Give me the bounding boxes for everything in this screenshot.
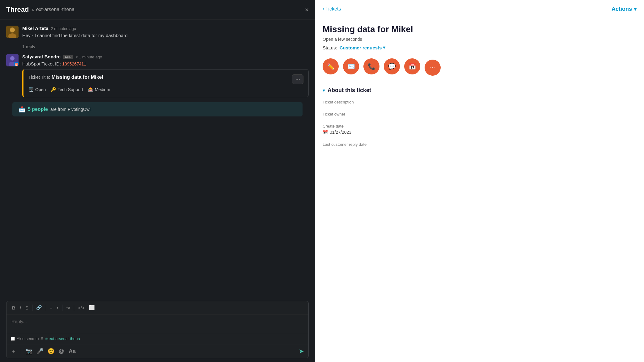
- toolbar-indent[interactable]: ⇥: [64, 304, 72, 312]
- toolbar-bold[interactable]: B: [10, 304, 17, 312]
- ticket-tag-open: 🖥️ Open: [28, 87, 46, 92]
- channel-ref: # ext-arsenal-thena: [45, 336, 80, 341]
- notification-text: are from PivotingOwl: [50, 107, 91, 112]
- author-mikel: Mikel Arteta: [22, 26, 48, 31]
- message-mikel: Mikel Arteta 2 minutes ago Hey - I canno…: [6, 26, 309, 39]
- time-mikel: 2 minutes ago: [51, 26, 76, 31]
- toolbar-strikethrough[interactable]: S: [23, 304, 30, 312]
- avatar-image-mikel: [6, 26, 19, 38]
- right-header: ‹ Tickets Actions ▾: [315, 0, 644, 18]
- action-buttons-row: ✏️ ✉️ 📞 💬 📅 ···: [315, 58, 644, 82]
- emoji-icon[interactable]: 😊: [48, 348, 54, 355]
- notification-icon: 📩: [19, 106, 25, 113]
- action-calendar[interactable]: 📅: [404, 58, 420, 74]
- about-header[interactable]: ▾ About this ticket: [323, 87, 637, 94]
- createdate-value: 01/27/2023: [330, 130, 351, 135]
- action-divider: [21, 348, 21, 354]
- avatar-mikel: [6, 26, 19, 38]
- ticket-title-area: Missing data for Mikel Open a few second…: [315, 18, 644, 58]
- also-send-label: Also send to: [17, 336, 39, 341]
- about-section: ▾ About this ticket Ticket description T…: [315, 82, 644, 166]
- messages-area: Mikel Arteta 2 minutes ago Hey - I canno…: [0, 19, 315, 297]
- video-icon[interactable]: 📷: [25, 348, 32, 355]
- reply-toolbar: B I S 🔗 ≡ • ⇥ </> ⬜: [6, 301, 308, 314]
- action-email[interactable]: ✉️: [343, 58, 359, 74]
- thread-panel: Thread # ext-arsenal-thena × Mikel Artet…: [0, 0, 315, 362]
- toolbar-divider-2: [46, 305, 46, 311]
- reply-footer: Also send to # # ext-arsenal-thena: [6, 333, 308, 344]
- svg-text:h: h: [15, 64, 17, 66]
- field-ticket-owner: Ticket owner: [323, 112, 637, 116]
- ticket-card-header: Ticket Title: Missing data for Mikel ···: [28, 74, 303, 84]
- status-badge[interactable]: Customer requests ▾: [340, 45, 386, 50]
- avatar-satyavrat: h: [6, 54, 19, 66]
- toolbar-code[interactable]: </>: [76, 304, 87, 312]
- close-button[interactable]: ×: [305, 6, 309, 13]
- field-ticket-description: Ticket description: [323, 100, 637, 104]
- toolbar-unordered-list[interactable]: •: [55, 304, 60, 312]
- toolbar-divider-4: [74, 305, 74, 311]
- message-body-mikel: Mikel Arteta 2 minutes ago Hey - I canno…: [22, 26, 309, 39]
- field-value-createdate: 📅 01/27/2023: [323, 130, 637, 135]
- thread-title: Thread: [6, 6, 29, 14]
- action-call[interactable]: 📞: [363, 58, 379, 74]
- svg-point-1: [10, 27, 15, 32]
- status-chevron: ▾: [383, 45, 385, 50]
- toolbar-divider-1: [32, 305, 32, 311]
- also-send-checkbox[interactable]: [11, 337, 15, 341]
- field-label-createdate: Create date: [323, 124, 637, 128]
- toolbar-codeblock[interactable]: ⬜: [87, 304, 97, 312]
- ticket-tag-support: 🔑 Tech Support: [51, 87, 83, 92]
- status-value: Customer requests: [340, 45, 382, 50]
- ticket-title-prefix: Ticket Title:: [28, 75, 50, 80]
- hubspot-ticket-line: HubSpot Ticket ID: 1395267411: [22, 61, 309, 68]
- send-button[interactable]: ➤: [299, 347, 304, 355]
- font-icon[interactable]: Aa: [69, 348, 76, 355]
- back-to-tickets[interactable]: ‹ Tickets: [323, 6, 341, 12]
- actions-label: Actions: [612, 6, 632, 12]
- field-label-owner: Ticket owner: [323, 112, 637, 116]
- toolbar-ordered-list[interactable]: ≡: [48, 304, 54, 312]
- hubspot-id[interactable]: 1395267411: [62, 61, 86, 66]
- createdate-icon: 📅: [323, 130, 328, 135]
- also-send-row: Also send to # # ext-arsenal-thena: [11, 336, 80, 341]
- reply-placeholder: Reply...: [11, 319, 27, 324]
- field-create-date: Create date 📅 01/27/2023: [323, 124, 637, 135]
- ticket-tags: 🖥️ Open 🔑 Tech Support 🎰 Medium: [28, 87, 303, 92]
- time-satyavrat: < 1 minute ago: [75, 55, 102, 59]
- ticket-more-button[interactable]: ···: [292, 74, 303, 84]
- toolbar-link[interactable]: 🔗: [34, 304, 44, 312]
- ticket-main-title: Missing data for Mikel: [323, 24, 637, 34]
- thread-header: Thread # ext-arsenal-thena ×: [0, 0, 315, 19]
- add-icon[interactable]: ＋: [11, 347, 16, 355]
- ticket-open-time: Open a few seconds: [323, 37, 637, 42]
- action-edit[interactable]: ✏️: [323, 58, 339, 74]
- toolbar-italic[interactable]: I: [18, 304, 23, 312]
- about-header-title: About this ticket: [328, 87, 371, 94]
- actions-chevron: ▾: [634, 6, 637, 12]
- thread-channel: # ext-arsenal-thena: [32, 7, 74, 12]
- actions-button[interactable]: Actions ▾: [612, 6, 637, 12]
- action-chat[interactable]: 💬: [384, 58, 400, 74]
- channel-hashtag: #: [41, 336, 43, 341]
- action-more[interactable]: ···: [425, 60, 441, 76]
- message-satyavrat: h Satyavrat Bondre APP < 1 minute ago Hu…: [6, 54, 309, 98]
- notification-highlight: 5 people: [28, 107, 48, 112]
- ticket-title-line: Ticket Title: Missing data for Mikel: [28, 74, 103, 80]
- mention-icon[interactable]: @: [59, 348, 64, 355]
- field-last-reply: Last customer reply date --: [323, 142, 637, 154]
- ticket-detail-panel: ‹ Tickets Actions ▾ Missing data for Mik…: [315, 0, 644, 362]
- ticket-tag-medium: 🎰 Medium: [88, 87, 110, 92]
- notification-bar: 📩 5 people are from PivotingOwl: [12, 102, 303, 116]
- field-label-lastreply: Last customer reply date: [323, 142, 637, 147]
- reply-input-area[interactable]: Reply...: [6, 314, 308, 333]
- mic-icon[interactable]: 🎤: [36, 348, 43, 355]
- message-body-satyavrat: Satyavrat Bondre APP < 1 minute ago HubS…: [22, 54, 309, 98]
- hubspot-label: HubSpot Ticket ID:: [22, 61, 61, 66]
- reply-actions-bar: ＋ 📷 🎤 😊 @ Aa ➤: [6, 344, 308, 358]
- message-text-mikel: Hey - I cannot find the latest data for …: [22, 32, 309, 39]
- status-row: Status: Customer requests ▾: [323, 45, 637, 50]
- about-chevron-icon: ▾: [323, 87, 325, 93]
- ticket-card: Ticket Title: Missing data for Mikel ···…: [22, 69, 309, 97]
- reply-count: 1 reply: [22, 44, 309, 49]
